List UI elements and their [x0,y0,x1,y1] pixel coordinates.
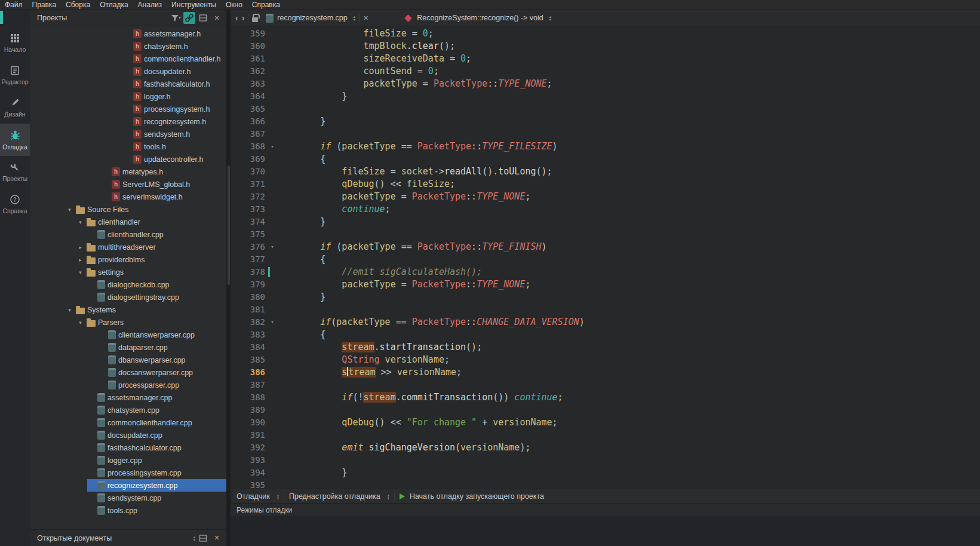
code-line[interactable]: 359fileSize = 0; [231,27,980,40]
code-line[interactable]: 388if(!stream.commitTransaction()) conti… [231,391,980,404]
line-number[interactable]: 379 [231,278,268,291]
line-number[interactable]: 359 [231,27,268,40]
code-line[interactable]: 372packetType = PacketType::TYPE_NONE; [231,191,980,203]
code-line[interactable]: 367 [231,128,980,140]
code-line[interactable]: 383{ [231,329,980,341]
split-icon[interactable] [197,532,209,544]
code-line[interactable]: 374} [231,216,980,228]
tree-item[interactable]: ▾Parsers [30,316,226,329]
code-line[interactable]: 389 [231,404,980,416]
start-debug-label[interactable]: Начать отладку запускающего проекта [410,492,544,501]
fold-marker-icon[interactable]: ▾ [268,140,277,153]
mode-projects[interactable]: Проекты [0,156,30,188]
tree-item[interactable]: processparser.cpp [30,379,226,391]
close-document-icon[interactable]: ✕ [363,14,368,22]
line-number[interactable]: 392 [231,441,268,454]
line-number[interactable]: 361 [231,53,268,65]
fold-marker-icon[interactable]: ▾ [268,316,277,329]
split-icon[interactable] [197,12,209,24]
sync-with-editor-icon[interactable] [183,12,195,24]
expand-arrow-closed-icon[interactable]: ▸ [76,244,84,250]
tree-item[interactable]: tools.cpp [30,504,226,517]
line-number[interactable]: 368 [231,140,268,153]
menu-item[interactable]: Справка [247,0,285,10]
tree-item[interactable]: commonclienthandler.cpp [30,416,226,429]
tree-item[interactable]: hcommonclienthandler.h [30,53,226,65]
scrollbar-thumb[interactable] [228,165,230,285]
document-combo-arrows-icon[interactable]: ▴▾ [354,15,355,21]
line-number[interactable]: 362 [231,65,268,78]
line-number[interactable]: 380 [231,291,268,303]
line-number[interactable]: 369 [231,153,268,165]
tree-item[interactable]: dataparser.cpp [30,341,226,354]
debugger-combo-arrows-icon[interactable]: ▴▾ [277,493,279,499]
code-line[interactable]: 365 [231,103,980,115]
code-line[interactable]: 380} [231,291,980,303]
line-number[interactable]: 391 [231,429,268,441]
tree-item[interactable]: docsupdater.cpp [30,429,226,441]
open-file-tab[interactable]: recognizesystem.cpp [277,14,347,22]
tree-item[interactable]: ▾Systems [30,303,226,316]
line-number[interactable]: 365 [231,103,268,115]
tree-item[interactable]: hsendsystem.h [30,128,226,140]
code-line[interactable]: 371qDebug() << fileSize; [231,178,980,191]
tree-item[interactable]: ▸providerdblms [30,253,226,266]
tree-item[interactable]: hassetsmanager.h [30,27,226,40]
line-number[interactable]: 387 [231,379,268,391]
expand-arrow-closed-icon[interactable]: ▸ [76,257,84,263]
tree-item[interactable]: hlogger.h [30,90,226,103]
tree-item[interactable]: chatsystem.cpp [30,404,226,416]
tree-item[interactable]: fasthashcalculator.cpp [30,441,226,454]
tree-item[interactable]: ▾settings [30,266,226,278]
mode-welcome[interactable]: Начало [0,27,30,59]
code-line[interactable]: 393 [231,454,980,467]
lock-icon[interactable] [252,17,258,22]
code-line[interactable]: 363packetType = PacketType::TYPE_NONE; [231,78,980,90]
tree-item[interactable]: dbanswerparser.cpp [30,354,226,366]
tree-item[interactable]: hdocsupdater.h [30,65,226,78]
debugger-selector[interactable]: Отладчик [236,492,270,501]
menu-item[interactable]: Сборка [61,0,95,10]
menu-item[interactable]: Правка [27,0,62,10]
line-number[interactable]: 372 [231,191,268,203]
code-line[interactable]: 369{ [231,153,980,165]
line-number[interactable]: 364 [231,90,268,103]
line-number[interactable]: 385 [231,354,268,366]
tree-item[interactable]: hServerLMS_global.h [30,178,226,191]
line-number[interactable]: 382 [231,316,268,329]
filter-icon[interactable]: ▾ [170,12,182,24]
line-number[interactable]: 384 [231,341,268,354]
code-line[interactable]: 395 [231,479,980,489]
expand-arrow-open-icon[interactable]: ▾ [76,320,84,326]
code-line[interactable]: 373continue; [231,203,980,216]
debugger-preset-selector[interactable]: Преднастройка отладчика [289,492,380,501]
menu-item[interactable]: Файл [0,0,27,10]
panel-splitter[interactable] [227,10,231,546]
code-line[interactable]: 379packetType = PacketType::TYPE_NONE; [231,278,980,291]
code-line[interactable]: 366} [231,115,980,128]
tree-item[interactable]: hmetatypes.h [30,165,226,178]
line-number[interactable]: 383 [231,329,268,341]
tree-item[interactable]: recognizesystem.cpp [30,479,226,492]
code-line[interactable]: 392emit sigChangeVersion(versionName); [231,441,980,454]
code-line[interactable]: 390qDebug() << "For change " + versionNa… [231,416,980,429]
code-line[interactable]: 362countSend = 0; [231,65,980,78]
line-number[interactable]: 381 [231,303,268,316]
tree-item[interactable]: htools.h [30,140,226,153]
line-number[interactable]: 373 [231,203,268,216]
line-number[interactable]: 378 [231,266,268,278]
tree-item[interactable]: assetsmanager.cpp [30,391,226,404]
open-documents-title[interactable]: Открытые документы [37,534,112,542]
tree-item[interactable]: hupdatecontroller.h [30,153,226,165]
fold-marker-icon[interactable]: ▾ [268,241,277,253]
code-line[interactable]: 382▾if(packetType == PacketType::CHANGE_… [231,316,980,329]
code-line[interactable]: 386stream >> versionName; [231,366,980,379]
line-number[interactable]: 394 [231,467,268,479]
tree-item[interactable]: clienthandler.cpp [30,228,226,241]
line-number[interactable]: 377 [231,253,268,266]
code-line[interactable]: 364} [231,90,980,103]
tree-item[interactable]: hprocessingsystem.h [30,103,226,115]
current-symbol[interactable]: RecognizeSystem::recognize() -> void [417,14,543,22]
menu-item[interactable]: Окно [221,0,247,10]
code-line[interactable]: 376▾if (packetType == PacketType::TYPE_F… [231,241,980,253]
